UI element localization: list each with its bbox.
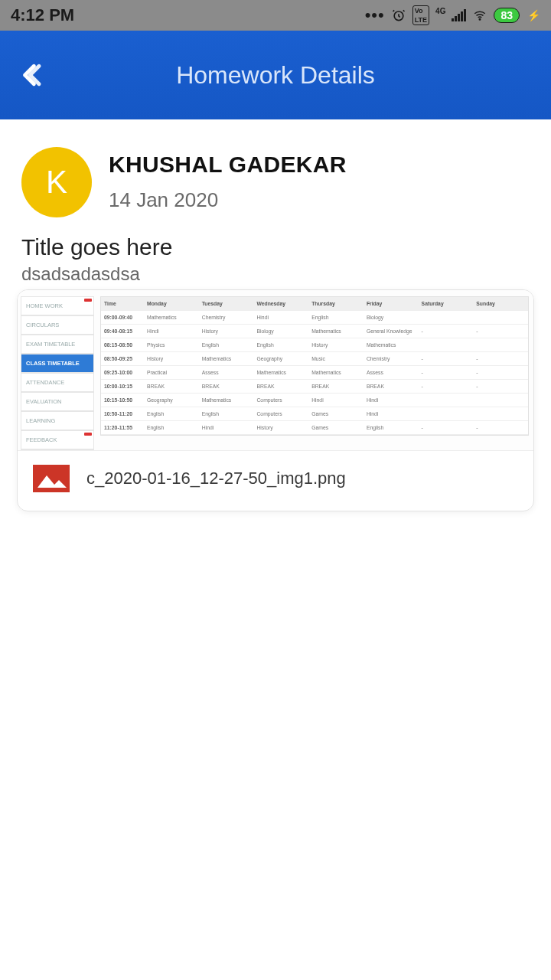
app-bar: Homework Details bbox=[0, 31, 551, 119]
status-bar: 4:12 PM ••• VoLTE 4G 83 ⚡ bbox=[0, 0, 551, 31]
post-meta: KHUSHAL GADEKAR 14 Jan 2020 bbox=[109, 147, 347, 212]
preview-sidebar-item: LEARNING bbox=[21, 411, 94, 430]
avatar: K bbox=[21, 147, 92, 217]
author-name: KHUSHAL GADEKAR bbox=[109, 152, 347, 178]
preview-sidebar-item: CIRCULARS bbox=[21, 315, 94, 335]
content-area: K KHUSHAL GADEKAR 14 Jan 2020 Title goes… bbox=[0, 119, 551, 511]
file-name: c_2020-01-16_12-27-50_img1.png bbox=[86, 469, 346, 488]
svg-point-1 bbox=[480, 19, 481, 21]
preview-sidebar: HOME WORKCIRCULARSEXAM TIMETABLECLASS TI… bbox=[21, 296, 94, 451]
page-title: Homework Details bbox=[176, 61, 375, 90]
back-button[interactable] bbox=[17, 57, 54, 93]
attachment-card[interactable]: HOME WORKCIRCULARSEXAM TIMETABLECLASS TI… bbox=[17, 289, 534, 511]
image-file-icon bbox=[33, 465, 70, 492]
preview-table: TimeMondayTuesdayWednesdayThursdayFriday… bbox=[100, 296, 529, 436]
post-header: K KHUSHAL GADEKAR 14 Jan 2020 bbox=[21, 147, 530, 217]
preview-sidebar-item: HOME WORK bbox=[21, 296, 94, 315]
svg-rect-2 bbox=[33, 465, 70, 492]
preview-sidebar-item: FEEDBACK bbox=[21, 430, 94, 449]
preview-sidebar-item: CLASS TIMETABLE bbox=[21, 354, 94, 373]
status-time: 4:12 PM bbox=[11, 5, 74, 25]
charging-icon: ⚡ bbox=[527, 9, 540, 21]
file-row[interactable]: c_2020-01-16_12-27-50_img1.png bbox=[18, 451, 533, 511]
wifi-icon bbox=[472, 8, 487, 23]
status-icons: ••• VoLTE 4G 83 ⚡ bbox=[365, 5, 540, 25]
post-title: Title goes here bbox=[21, 234, 530, 260]
preview-sidebar-item: EXAM TIMETABLE bbox=[21, 335, 94, 354]
preview-sidebar-item: ATTENDANCE bbox=[21, 373, 94, 392]
preview-sidebar-item: PROFILE bbox=[21, 449, 94, 451]
battery-indicator: 83 bbox=[494, 8, 520, 23]
alarm-icon bbox=[391, 8, 406, 23]
post-description: dsadsadasdsa bbox=[21, 263, 530, 285]
post-date: 14 Jan 2020 bbox=[109, 188, 347, 212]
preview-sidebar-item: EVALUATION bbox=[21, 392, 94, 411]
more-dots-icon: ••• bbox=[365, 5, 385, 25]
volte-icon: VoLTE bbox=[412, 5, 429, 25]
attachment-preview: HOME WORKCIRCULARSEXAM TIMETABLECLASS TI… bbox=[18, 290, 533, 451]
signal-icon bbox=[452, 9, 466, 21]
4g-icon: 4G bbox=[435, 7, 445, 15]
